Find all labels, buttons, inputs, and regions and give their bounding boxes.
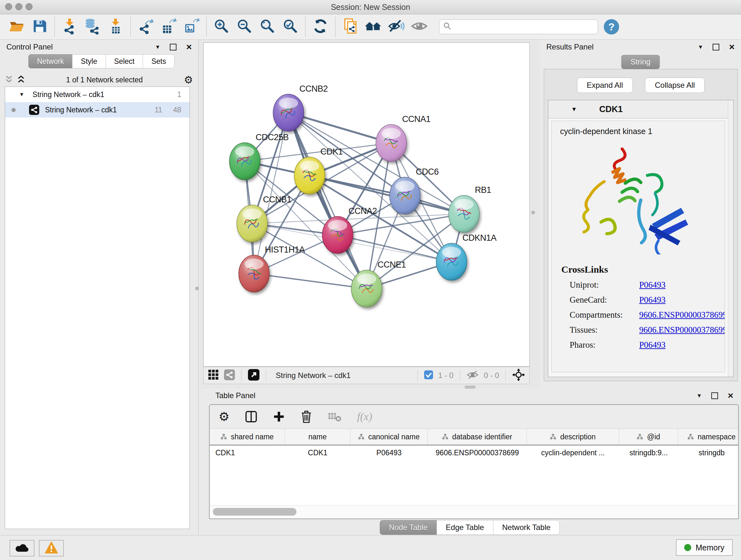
duplicate-network-button[interactable]: [339, 16, 362, 37]
birds-eye-crosshair-icon[interactable]: [512, 368, 525, 382]
column-header-shared-name[interactable]: shared name: [210, 429, 285, 445]
bottom-splitter-handle[interactable]: [465, 386, 475, 388]
edge-CCNA2-CDKN1A[interactable]: [338, 235, 452, 262]
tab-node-table[interactable]: Node Table: [380, 520, 437, 535]
section-collapse-icon[interactable]: ▼: [571, 106, 577, 113]
memory-button[interactable]: Memory: [676, 539, 733, 556]
save-session-button[interactable]: [28, 16, 51, 37]
export-table-button[interactable]: [157, 16, 180, 37]
gene-section-header[interactable]: ▼ CDK1: [548, 100, 733, 118]
node-CDKN1A[interactable]: [436, 243, 467, 280]
column-header-canonical-name[interactable]: canonical name: [350, 429, 428, 445]
collapse-all-networks-icon[interactable]: [5, 75, 13, 84]
expand-all-networks-icon[interactable]: [17, 75, 25, 84]
panel-menu-icon[interactable]: ▼: [155, 44, 160, 50]
zoom-in-button[interactable]: [210, 16, 233, 37]
table-cell[interactable]: 9606.ENSP00000378699: [428, 445, 527, 460]
show-columns-icon[interactable]: [245, 410, 258, 423]
table-cell[interactable]: CDK1: [285, 445, 350, 460]
crosslink-link[interactable]: P06493: [639, 340, 666, 350]
network-row[interactable]: String Network – cdk1 11 48: [5, 102, 190, 118]
panel-float-icon[interactable]: [713, 44, 719, 51]
apply-layout-button[interactable]: [309, 16, 332, 37]
scrollbar-thumb[interactable]: [213, 508, 296, 516]
import-network-database-button[interactable]: [81, 16, 104, 37]
node-CCNA1[interactable]: [376, 125, 407, 162]
column-header-namespace[interactable]: namespace: [678, 429, 739, 445]
panel-menu-icon[interactable]: ▼: [697, 393, 702, 398]
selected-checkbox-icon[interactable]: [424, 370, 433, 381]
panel-close-icon[interactable]: ×: [728, 391, 733, 400]
collapse-all-button[interactable]: Collapse All: [645, 78, 704, 93]
add-column-icon[interactable]: [273, 411, 285, 423]
hide-unhide-button[interactable]: [385, 16, 408, 37]
tab-string[interactable]: String: [621, 55, 660, 69]
export-image-button[interactable]: [180, 16, 203, 37]
tab-select[interactable]: Select: [106, 54, 143, 68]
right-splitter-handle[interactable]: [531, 211, 535, 214]
grid-view-icon[interactable]: [208, 369, 219, 381]
node-CDC25B[interactable]: [229, 143, 260, 180]
detach-view-icon[interactable]: [248, 369, 259, 382]
edge-HIST1H1A-CCNE1[interactable]: [254, 273, 367, 289]
tab-network[interactable]: Network: [28, 54, 72, 68]
cloud-status-button[interactable]: [10, 540, 35, 557]
zoom-out-button[interactable]: [233, 16, 256, 37]
node-CCNB2[interactable]: [273, 94, 304, 131]
table-cell[interactable]: CDK1: [210, 445, 285, 460]
node-RB1[interactable]: [449, 195, 479, 233]
panel-close-icon[interactable]: ×: [186, 42, 192, 52]
edge-CDK1-RB1[interactable]: [310, 176, 464, 214]
edge-CCNB2-CCNA1[interactable]: [288, 113, 391, 143]
open-session-button[interactable]: [5, 16, 28, 37]
node-CDK1[interactable]: [294, 157, 325, 194]
expand-all-button[interactable]: Expand All: [577, 78, 633, 93]
hidden-eye-icon[interactable]: [467, 370, 479, 381]
column-header--id[interactable]: @id: [619, 429, 678, 445]
results-vertical-scrollbar[interactable]: [728, 100, 733, 377]
column-header-name[interactable]: name: [285, 429, 350, 445]
table-cell[interactable]: cyclin-dependent ...: [527, 445, 619, 460]
edge-CCNB2-CCNE1[interactable]: [288, 113, 367, 289]
crosslink-link[interactable]: P06493: [639, 295, 666, 305]
import-table-button[interactable]: [104, 16, 127, 37]
network-canvas[interactable]: CCNB2CCNA1CDC25BCDK1CDC6RB1CCNB1CCNA2CDK…: [204, 43, 529, 366]
zoom-fit-button[interactable]: [256, 16, 279, 37]
tab-style[interactable]: Style: [72, 54, 106, 68]
node-CCNB1[interactable]: [237, 205, 267, 242]
zoom-selected-button[interactable]: [279, 16, 302, 37]
panel-float-icon[interactable]: [711, 392, 718, 399]
node-CCNA2[interactable]: [322, 216, 353, 253]
warnings-button[interactable]: [39, 540, 64, 557]
show-graphics-button[interactable]: [408, 16, 431, 37]
node-CCNE1[interactable]: [351, 270, 382, 307]
table-cell[interactable]: stringdb:9...: [619, 445, 678, 460]
crosslink-link[interactable]: 9606.ENSP00000378699: [639, 325, 725, 335]
network-view-icon[interactable]: [224, 369, 235, 381]
crosslink-link[interactable]: 9606.ENSP00000378699: [639, 310, 725, 320]
help-button[interactable]: ?: [604, 19, 619, 35]
tab-sets[interactable]: Sets: [143, 54, 175, 68]
export-network-button[interactable]: [134, 16, 157, 37]
panel-float-icon[interactable]: [170, 44, 177, 51]
import-network-button[interactable]: [58, 16, 81, 37]
network-collection-row[interactable]: ▼ String Network – cdk1 1: [5, 87, 190, 102]
search-input[interactable]: [454, 22, 594, 31]
table-cell[interactable]: P06493: [350, 445, 428, 460]
home-networks-button[interactable]: [362, 16, 385, 37]
tab-network-table[interactable]: Network Table: [493, 520, 560, 535]
node-CDC6[interactable]: [390, 177, 420, 214]
table-options-gear-icon[interactable]: ⚙: [219, 411, 229, 423]
panel-close-icon[interactable]: ×: [729, 42, 735, 52]
column-header-description[interactable]: description: [527, 429, 619, 445]
collection-expand-icon[interactable]: ▼: [19, 91, 24, 98]
delete-table-icon[interactable]: [328, 411, 342, 422]
crosslink-link[interactable]: P06493: [639, 280, 666, 290]
table-cell[interactable]: stringdb: [678, 445, 739, 460]
node-HIST1H1A[interactable]: [239, 255, 269, 292]
network-options-gear-icon[interactable]: ⚙: [184, 75, 193, 85]
delete-column-icon[interactable]: [300, 410, 313, 423]
tab-edge-table[interactable]: Edge Table: [436, 520, 493, 535]
left-splitter-handle[interactable]: [195, 287, 199, 290]
column-header-database-identifier[interactable]: database identifier: [428, 429, 527, 445]
